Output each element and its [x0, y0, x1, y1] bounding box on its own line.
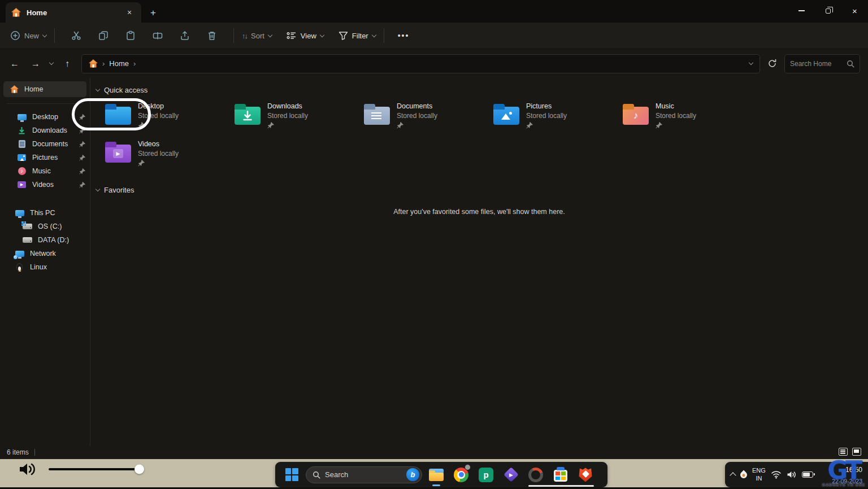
sidebar-item-music[interactable]: ♪ Music — [0, 164, 90, 178]
sidebar-item-data-d[interactable]: DATA (D:) — [0, 233, 90, 247]
sidebar-item-label: Home — [24, 85, 43, 93]
restore-button[interactable] — [815, 0, 841, 21]
pin-icon — [79, 168, 85, 174]
linux-penguin-icon — [15, 263, 24, 272]
sidebar-item-label: Network — [30, 250, 56, 257]
green-p-app-icon: p — [479, 468, 493, 482]
tab-close-icon[interactable]: × — [123, 6, 136, 19]
taskbar-file-explorer[interactable] — [426, 462, 447, 487]
taskbar: Search b p ▶ — [275, 462, 607, 487]
taskbar-media-app[interactable]: ▶ — [500, 462, 522, 487]
sidebar-item-documents[interactable]: Documents — [0, 137, 90, 151]
see-more-button[interactable]: ••• — [398, 31, 410, 40]
sidebar-item-label: Documents — [32, 140, 68, 148]
volume-slider-thumb[interactable] — [134, 465, 144, 474]
sidebar-item-label: This PC — [30, 209, 55, 217]
search-input[interactable] — [790, 60, 843, 68]
tab-title: Home — [27, 8, 118, 17]
pictures-icon — [17, 153, 27, 163]
tray-clock[interactable]: 16:50 22-09-2023 — [832, 464, 862, 486]
search-box[interactable] — [784, 54, 860, 73]
volume-icon[interactable] — [787, 470, 797, 479]
toolbar-divider — [384, 28, 384, 43]
chevron-down-icon — [371, 32, 376, 37]
tile-desktop[interactable]: Desktop Stored locally — [105, 102, 235, 131]
refresh-button[interactable] — [767, 59, 777, 68]
new-tab-button[interactable]: + — [150, 8, 156, 18]
sidebar-item-this-pc[interactable]: This PC — [0, 206, 90, 220]
copy-button[interactable] — [98, 30, 108, 41]
recent-locations-chevron-icon[interactable] — [49, 60, 54, 65]
minimize-button[interactable] — [788, 0, 815, 21]
sidebar-item-label: Downloads — [32, 126, 67, 134]
sidebar-item-linux[interactable]: Linux — [0, 260, 90, 274]
collapse-chevron-icon — [96, 87, 100, 91]
microsoft-store-icon — [554, 470, 567, 482]
address-dropdown-chevron-icon[interactable] — [749, 60, 753, 65]
file-explorer-icon — [429, 469, 444, 481]
taskbar-ring-app[interactable] — [525, 462, 546, 487]
large-thumbnails-view-icon[interactable] — [852, 448, 861, 456]
music-folder-icon: ♪ — [623, 107, 649, 125]
rename-icon — [153, 30, 163, 41]
pin-icon — [138, 122, 145, 129]
toolbar-divider — [233, 28, 234, 43]
sidebar-item-videos[interactable]: ▶ Videos — [0, 178, 90, 191]
new-button[interactable]: New — [10, 30, 46, 41]
forward-button[interactable]: → — [29, 59, 42, 69]
chevron-down-icon — [320, 32, 324, 37]
command-bar: New — [0, 23, 868, 49]
tile-documents[interactable]: Documents Stored locally — [364, 102, 493, 131]
taskbar-app-p[interactable]: p — [475, 462, 497, 487]
cut-button[interactable] — [71, 30, 81, 41]
sidebar-item-network[interactable]: Network — [0, 247, 90, 260]
share-button[interactable] — [180, 30, 190, 41]
battery-icon[interactable] — [802, 471, 813, 478]
sidebar-item-os-c[interactable]: OS (C:) — [0, 220, 90, 233]
filter-button-label: Filter — [352, 32, 368, 40]
tab-home[interactable]: Home × — [6, 2, 141, 23]
rename-button[interactable] — [153, 30, 163, 41]
filter-icon — [338, 31, 348, 40]
filter-button[interactable]: Filter — [338, 31, 376, 40]
taskbar-chrome[interactable] — [450, 462, 472, 487]
sidebar-item-downloads[interactable]: Downloads — [0, 124, 90, 137]
this-pc-icon — [15, 208, 24, 218]
sidebar-item-pictures[interactable]: Pictures — [0, 151, 90, 164]
details-view-icon[interactable] — [839, 448, 848, 456]
language-indicator[interactable]: ENG IN — [752, 467, 766, 483]
tile-videos[interactable]: ▶ Videos Stored locally — [105, 140, 235, 169]
droplet-tray-icon[interactable] — [739, 470, 749, 479]
tile-downloads[interactable]: Downloads Stored locally — [235, 102, 364, 131]
sidebar-divider — [7, 103, 83, 104]
desktop-folder-icon — [105, 107, 131, 125]
restore-icon — [826, 8, 831, 14]
start-button[interactable] — [281, 462, 302, 487]
tile-pictures[interactable]: Pictures Stored locally — [493, 102, 623, 131]
tile-music[interactable]: ♪ Music Stored locally — [623, 102, 752, 131]
close-button[interactable]: × — [841, 0, 868, 21]
sidebar-item-home[interactable]: Home — [3, 81, 86, 97]
taskbar-store[interactable] — [550, 462, 571, 487]
sidebar-item-desktop[interactable]: Desktop — [0, 110, 90, 124]
breadcrumb-home[interactable]: Home — [109, 59, 129, 68]
address-bar[interactable]: › Home › — [81, 54, 760, 73]
favorites-header[interactable]: Favorites — [96, 186, 868, 194]
volume-slider[interactable] — [49, 468, 139, 470]
search-icon — [847, 60, 854, 68]
view-button[interactable]: View — [287, 31, 324, 40]
paste-button[interactable] — [125, 30, 136, 41]
quick-access-header[interactable]: Quick access — [96, 86, 868, 94]
sort-button[interactable]: ↑↓ Sort — [242, 32, 272, 40]
statusbar-divider — [34, 449, 35, 456]
taskbar-search[interactable]: Search b — [306, 466, 422, 483]
sidebar-item-label: Linux — [30, 263, 47, 271]
back-button[interactable]: ← — [8, 59, 21, 69]
taskbar-brave[interactable] — [575, 462, 596, 487]
tray-overflow-chevron-icon[interactable] — [730, 472, 736, 478]
up-button[interactable]: ↑ — [60, 59, 74, 69]
wifi-icon[interactable] — [771, 470, 782, 479]
taskbar-highlight-line — [528, 485, 594, 487]
sidebar-item-label: Videos — [32, 181, 54, 189]
delete-button[interactable] — [207, 30, 217, 41]
